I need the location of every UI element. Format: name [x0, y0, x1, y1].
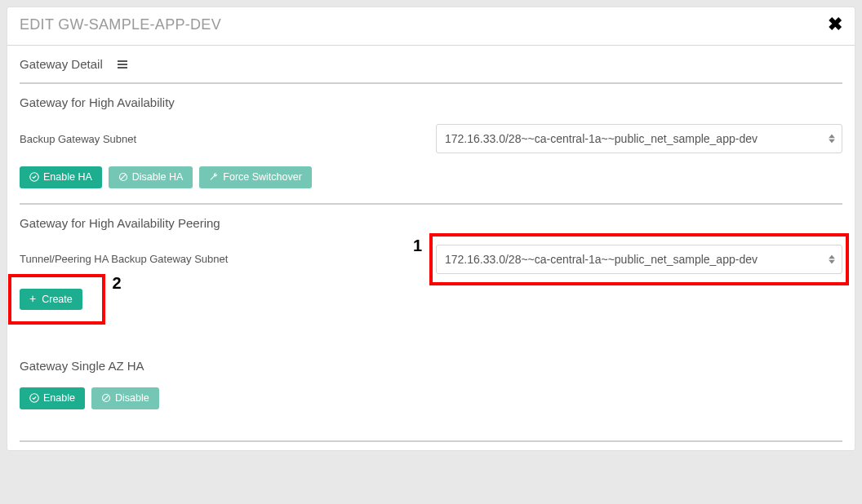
peering-button-row: + Create 2 [20, 289, 82, 311]
gateway-detail-label: Gateway Detail [20, 57, 103, 71]
disable-single-az-label: Disable [115, 393, 149, 404]
backup-subnet-value: 172.16.33.0/28~~ca-central-1a~~public_ne… [445, 132, 758, 145]
title-bar: EDIT GW-SAMPLE-APP-DEV ✖ [7, 7, 855, 46]
force-switchover-label: Force Switchover [223, 172, 302, 183]
peering-subnet-select[interactable]: 172.16.33.0/28~~ca-central-1a~~public_ne… [436, 245, 842, 274]
select-arrows-icon [829, 254, 835, 263]
peering-select-wrap: 172.16.33.0/28~~ca-central-1a~~public_ne… [436, 245, 842, 274]
plus-icon: + [29, 294, 36, 303]
spacer [20, 334, 842, 359]
ban-icon [101, 393, 111, 403]
peering-field-label: Tunnel/Peering HA Backup Gateway Subnet [20, 253, 436, 265]
peering-field-row: Tunnel/Peering HA Backup Gateway Subnet … [20, 245, 842, 274]
check-circle-icon [29, 393, 39, 403]
check-circle-icon [29, 172, 39, 182]
svg-marker-6 [829, 259, 835, 263]
enable-ha-button[interactable]: Enable HA [20, 166, 102, 188]
section-peering-heading: Gateway for High Availability Peering [20, 216, 842, 230]
ha-select-wrap: 172.16.33.0/28~~ca-central-1a~~public_ne… [436, 124, 842, 153]
gateway-detail-row: Gateway Detail [20, 46, 842, 82]
close-icon[interactable]: ✖ [828, 14, 842, 35]
callout-2: 2 [113, 274, 122, 293]
section-single-az: Gateway Single AZ HA Enable Disable [20, 359, 842, 424]
section-peering: Gateway for High Availability Peering Tu… [20, 203, 842, 335]
section-ha: Gateway for High Availability Backup Gat… [20, 82, 842, 203]
svg-marker-0 [829, 135, 835, 139]
svg-marker-5 [829, 254, 835, 259]
edit-panel: EDIT GW-SAMPLE-APP-DEV ✖ Gateway Detail … [7, 7, 855, 451]
peering-subnet-value: 172.16.33.0/28~~ca-central-1a~~public_ne… [445, 253, 758, 266]
enable-single-az-button[interactable]: Enable [20, 387, 85, 409]
svg-marker-1 [829, 139, 835, 144]
ha-field-label: Backup Gateway Subnet [20, 133, 436, 145]
backup-subnet-select[interactable]: 172.16.33.0/28~~ca-central-1a~~public_ne… [436, 124, 842, 153]
create-button[interactable]: + Create [20, 289, 82, 311]
section-single-az-heading: Gateway Single AZ HA [20, 359, 842, 373]
hamburger-icon[interactable] [118, 60, 127, 69]
page-title: EDIT GW-SAMPLE-APP-DEV [20, 16, 221, 33]
disable-single-az-button[interactable]: Disable [91, 387, 159, 409]
disable-ha-button[interactable]: Disable HA [109, 166, 193, 188]
disable-ha-label: Disable HA [132, 172, 184, 183]
ban-icon [118, 172, 128, 182]
svg-line-4 [121, 175, 126, 179]
svg-line-9 [104, 396, 109, 400]
create-label: Create [42, 294, 73, 305]
ha-button-row: Enable HA Disable HA Force Switchover [20, 166, 842, 188]
single-az-button-row: Enable Disable [20, 387, 842, 409]
enable-ha-label: Enable HA [43, 172, 92, 183]
wrench-icon [209, 172, 219, 182]
force-switchover-button[interactable]: Force Switchover [199, 166, 312, 188]
section-ha-heading: Gateway for High Availability [20, 95, 842, 109]
content-area: Gateway Detail Gateway for High Availabi… [7, 46, 855, 450]
ha-field-row: Backup Gateway Subnet 172.16.33.0/28~~ca… [20, 124, 842, 153]
callout-1: 1 [413, 237, 422, 255]
select-arrows-icon [829, 135, 835, 144]
enable-single-az-label: Enable [43, 393, 75, 404]
